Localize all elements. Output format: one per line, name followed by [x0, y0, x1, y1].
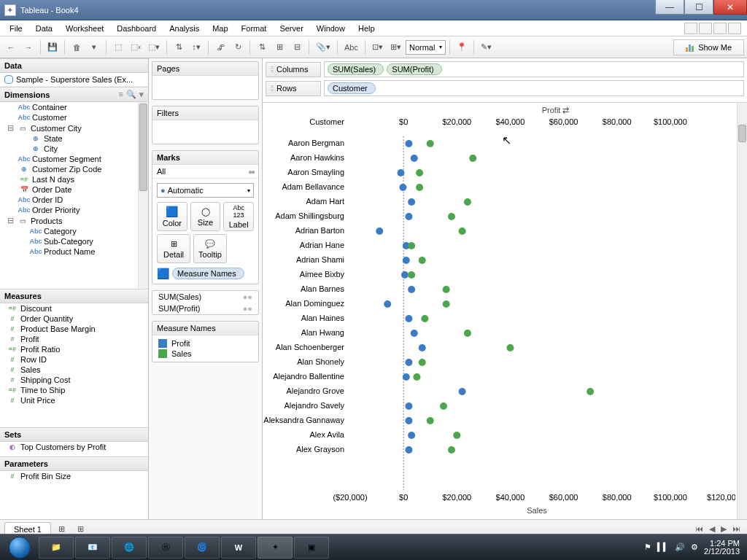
- search-icon[interactable]: 🔍: [126, 90, 136, 99]
- label-button[interactable]: Abc123Label: [223, 202, 254, 231]
- highlight-button[interactable]: ⊟: [289, 39, 305, 55]
- show-mark-labels[interactable]: ↻: [230, 39, 246, 55]
- menu-dashboard[interactable]: Dashboard: [110, 22, 163, 35]
- mark-type-dropdown[interactable]: ● Automatic▾: [157, 183, 254, 198]
- field-product-base-margin[interactable]: #Product Base Margin: [0, 324, 148, 334]
- tab-next[interactable]: ▶: [719, 524, 729, 534]
- field-order-quantity[interactable]: #Order Quantity: [0, 314, 148, 324]
- duplicate-button[interactable]: ⬚x: [128, 39, 144, 55]
- filters-shelf[interactable]: Filters: [152, 106, 259, 144]
- field-category[interactable]: AbcCategory: [0, 226, 148, 236]
- field-unit-price[interactable]: #Unit Price: [0, 395, 148, 405]
- field-customer-segment[interactable]: AbcCustomer Segment: [0, 154, 148, 164]
- fit-button[interactable]: ⊡▾: [369, 39, 386, 55]
- taskbar-app1[interactable]: 🌀: [185, 537, 220, 559]
- labels-button[interactable]: Abc: [341, 39, 361, 55]
- new-sheet-button[interactable]: ⬚: [110, 39, 126, 55]
- taskbar-tableau[interactable]: ✦: [258, 537, 293, 559]
- maximize-button[interactable]: ☐: [684, 0, 713, 15]
- field-profit-bin-size[interactable]: #Profit Bin Size: [0, 471, 148, 481]
- color-button[interactable]: 🟦Color: [157, 202, 187, 231]
- field-sales[interactable]: #Sales: [0, 365, 148, 375]
- taskbar-ie[interactable]: ⓔ: [148, 537, 183, 559]
- field-row-id[interactable]: #Row ID: [0, 354, 148, 365]
- chart-scrollbar[interactable]: [737, 103, 747, 519]
- sort-desc-button[interactable]: ⇅: [254, 39, 270, 55]
- field-product-name[interactable]: AbcProduct Name: [0, 246, 148, 257]
- pill-sum-sales[interactable]: SUM(Sales): [328, 63, 384, 75]
- tray-power-icon[interactable]: ⚙: [691, 542, 698, 552]
- detail-button[interactable]: ⊞Detail: [157, 234, 190, 263]
- field-sub-category[interactable]: AbcSub-Category: [0, 236, 148, 246]
- field-products[interactable]: ⊟▭Products: [0, 215, 148, 226]
- field-order-priority[interactable]: AbcOrder Priority: [0, 205, 148, 215]
- field-order-date[interactable]: 📅Order Date: [0, 184, 148, 195]
- menu-worksheet[interactable]: Worksheet: [59, 22, 110, 35]
- attach-button[interactable]: 📎▾: [313, 39, 333, 55]
- marks-all-row[interactable]: All●●: [152, 165, 258, 179]
- datasource-row[interactable]: Sample - Superstore Sales (Ex...: [0, 73, 148, 87]
- pill-sum-profit[interactable]: SUM(Profit): [387, 63, 441, 75]
- legend-item-profit[interactable]: Profit: [158, 338, 252, 349]
- view-list-icon[interactable]: ≡: [119, 90, 123, 99]
- taskbar-outlook[interactable]: 📧: [75, 537, 110, 559]
- tooltip-button[interactable]: 💬Tooltip: [193, 234, 227, 263]
- dashboard-button[interactable]: [713, 23, 727, 34]
- sum-sales-row[interactable]: SUM(Sales)●●: [152, 291, 258, 303]
- scrollbar[interactable]: [138, 102, 148, 289]
- columns-shelf[interactable]: SUM(Sales) SUM(Profit): [324, 61, 744, 77]
- sort-asc-button[interactable]: ↕▾: [188, 39, 204, 55]
- menu-window[interactable]: Window: [310, 22, 352, 35]
- start-button[interactable]: [1, 536, 38, 559]
- rows-shelf[interactable]: Customer: [324, 80, 744, 96]
- chart-canvas[interactable]: Profit ⇄$0$20,000$40,000$60,000$80,000$1…: [263, 103, 747, 519]
- taskbar-app2[interactable]: ▣: [294, 537, 329, 559]
- clear-button[interactable]: ⬚▾: [145, 39, 163, 55]
- tab-prev[interactable]: ◀: [707, 524, 717, 534]
- tab-first[interactable]: ⏮: [693, 524, 705, 534]
- menu-map[interactable]: Map: [206, 22, 234, 35]
- cards-button[interactable]: [699, 23, 712, 34]
- field-customer[interactable]: AbcCustomer: [0, 112, 148, 122]
- menu-help[interactable]: Help: [352, 22, 382, 35]
- refresh-button[interactable]: ▾: [86, 39, 102, 55]
- undo-button[interactable]: ←: [3, 39, 19, 55]
- swap-button[interactable]: ⇅: [171, 39, 187, 55]
- redo-button[interactable]: →: [20, 39, 36, 55]
- field-state[interactable]: ⊕State: [0, 133, 148, 144]
- size-button[interactable]: ◯Size: [190, 202, 221, 231]
- field-customer-zip-code[interactable]: ⊕Customer Zip Code: [0, 164, 148, 174]
- field-customer-city[interactable]: ⊟▭Customer City: [0, 122, 148, 133]
- pages-shelf[interactable]: Pages: [152, 61, 259, 100]
- field-city[interactable]: ⊕City: [0, 144, 148, 154]
- field-time-to-ship[interactable]: =#Time to Ship: [0, 385, 148, 395]
- tray-volume-icon[interactable]: 🔊: [675, 542, 685, 552]
- measure-names-pill[interactable]: Measure Names: [172, 268, 244, 279]
- field-discount[interactable]: =#Discount: [0, 303, 148, 314]
- save-button[interactable]: 💾: [44, 39, 61, 55]
- highlight-pen-button[interactable]: ✎▾: [478, 39, 495, 55]
- field-profit[interactable]: #Profit: [0, 334, 148, 344]
- field-last-n-days[interactable]: =#Last N days: [0, 174, 148, 184]
- legend-item-sales[interactable]: Sales: [158, 349, 252, 359]
- menu-server[interactable]: Server: [273, 22, 309, 35]
- pill-customer[interactable]: Customer: [328, 82, 376, 94]
- field-profit-ratio[interactable]: =#Profit Ratio: [0, 344, 148, 354]
- field-order-id[interactable]: AbcOrder ID: [0, 195, 148, 205]
- minimize-button[interactable]: —: [655, 0, 684, 15]
- menu-format[interactable]: Format: [235, 22, 274, 35]
- menu-file[interactable]: File: [3, 22, 29, 35]
- pin-button[interactable]: 📍: [454, 39, 470, 55]
- system-tray[interactable]: ⚑ ▍▍ 🔊 ⚙ 1:24 PM2/12/2013: [644, 540, 746, 556]
- taskbar-word[interactable]: W: [221, 537, 256, 559]
- view-cards-button[interactable]: ⊞▾: [387, 39, 404, 55]
- tray-network-icon[interactable]: ▍▍: [657, 542, 669, 552]
- tray-flag-icon[interactable]: ⚑: [644, 542, 651, 552]
- tab-last[interactable]: ⏭: [730, 524, 743, 534]
- taskbar-explorer[interactable]: 📁: [39, 537, 74, 559]
- field-top-customers-by-profit[interactable]: ◐Top Customers by Profit: [0, 442, 148, 452]
- sum-profit-row[interactable]: SUM(Profit)●●: [152, 303, 258, 314]
- connect-data-button[interactable]: 🗑: [69, 39, 85, 55]
- menu-analysis[interactable]: Analysis: [163, 22, 206, 35]
- menu-data[interactable]: Data: [29, 22, 59, 35]
